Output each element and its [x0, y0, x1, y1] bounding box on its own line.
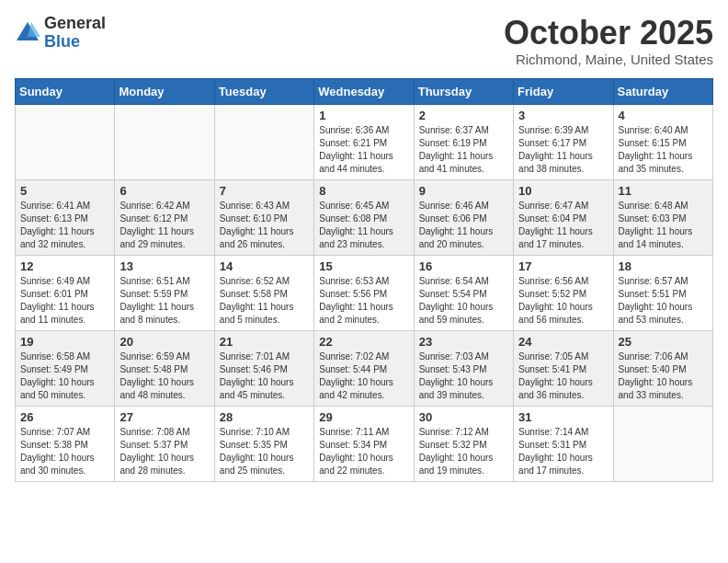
day-number: 2 — [419, 109, 508, 122]
day-number: 31 — [518, 410, 608, 424]
header-monday: Monday — [115, 78, 214, 104]
week-row-2: 5Sunrise: 6:41 AM Sunset: 6:13 PM Daylig… — [16, 179, 713, 255]
day-number: 28 — [220, 410, 309, 424]
day-info: Sunrise: 6:36 AM Sunset: 6:21 PM Dayligh… — [319, 124, 408, 176]
day-info: Sunrise: 7:14 AM Sunset: 5:31 PM Dayligh… — [518, 426, 608, 477]
logo-icon — [15, 20, 40, 46]
day-number: 9 — [419, 184, 508, 198]
logo: General Blue — [15, 15, 106, 52]
day-info: Sunrise: 7:02 AM Sunset: 5:44 PM Dayligh… — [319, 350, 408, 402]
calendar-cell — [16, 104, 115, 179]
location: Richmond, Maine, United States — [504, 52, 713, 67]
day-number: 21 — [220, 335, 309, 349]
day-info: Sunrise: 6:56 AM Sunset: 5:52 PM Dayligh… — [518, 275, 608, 327]
logo-text: General Blue — [44, 15, 106, 52]
day-info: Sunrise: 6:47 AM Sunset: 6:04 PM Dayligh… — [518, 200, 608, 251]
page-header: General Blue October 2025 Richmond, Main… — [15, 15, 713, 67]
header-wednesday: Wednesday — [314, 78, 414, 104]
calendar-cell: 13Sunrise: 6:51 AM Sunset: 5:59 PM Dayli… — [115, 255, 214, 330]
day-number: 20 — [119, 335, 209, 349]
day-number: 10 — [518, 184, 608, 198]
title-block: October 2025 Richmond, Maine, United Sta… — [504, 15, 713, 67]
calendar-cell: 9Sunrise: 6:46 AM Sunset: 6:06 PM Daylig… — [414, 179, 513, 255]
calendar-cell: 17Sunrise: 6:56 AM Sunset: 5:52 PM Dayli… — [514, 255, 613, 330]
calendar-table: SundayMondayTuesdayWednesdayThursdayFrid… — [15, 78, 713, 482]
calendar-cell: 7Sunrise: 6:43 AM Sunset: 6:10 PM Daylig… — [214, 179, 313, 255]
day-number: 8 — [319, 184, 408, 198]
calendar-cell: 15Sunrise: 6:53 AM Sunset: 5:56 PM Dayli… — [314, 255, 414, 330]
day-number: 3 — [518, 109, 608, 122]
day-info: Sunrise: 6:52 AM Sunset: 5:58 PM Dayligh… — [220, 275, 309, 327]
calendar-cell: 25Sunrise: 7:06 AM Sunset: 5:40 PM Dayli… — [613, 330, 712, 406]
calendar-cell: 23Sunrise: 7:03 AM Sunset: 5:43 PM Dayli… — [414, 330, 513, 406]
day-info: Sunrise: 6:48 AM Sunset: 6:03 PM Dayligh… — [619, 200, 708, 251]
day-number: 14 — [220, 259, 309, 273]
day-info: Sunrise: 6:59 AM Sunset: 5:48 PM Dayligh… — [119, 350, 209, 402]
day-number: 7 — [220, 184, 309, 198]
calendar-cell: 14Sunrise: 6:52 AM Sunset: 5:58 PM Dayli… — [214, 255, 313, 330]
day-number: 1 — [319, 109, 408, 122]
day-info: Sunrise: 7:12 AM Sunset: 5:32 PM Dayligh… — [419, 426, 508, 477]
day-info: Sunrise: 7:05 AM Sunset: 5:41 PM Dayligh… — [518, 350, 608, 402]
calendar-cell: 21Sunrise: 7:01 AM Sunset: 5:46 PM Dayli… — [214, 330, 313, 406]
logo-blue: Blue — [44, 33, 106, 52]
day-number: 13 — [119, 259, 209, 273]
day-info: Sunrise: 6:40 AM Sunset: 6:15 PM Dayligh… — [619, 124, 708, 176]
header-sunday: Sunday — [16, 78, 115, 104]
day-info: Sunrise: 6:37 AM Sunset: 6:19 PM Dayligh… — [419, 124, 508, 176]
day-number: 17 — [518, 259, 608, 273]
day-info: Sunrise: 7:03 AM Sunset: 5:43 PM Dayligh… — [419, 350, 508, 402]
week-row-5: 26Sunrise: 7:07 AM Sunset: 5:38 PM Dayli… — [16, 406, 713, 481]
calendar-cell — [115, 104, 214, 179]
day-number: 6 — [119, 184, 209, 198]
day-info: Sunrise: 6:41 AM Sunset: 6:13 PM Dayligh… — [20, 200, 109, 251]
calendar-cell: 4Sunrise: 6:40 AM Sunset: 6:15 PM Daylig… — [613, 104, 712, 179]
day-info: Sunrise: 6:39 AM Sunset: 6:17 PM Dayligh… — [518, 124, 608, 176]
day-number: 15 — [319, 259, 408, 273]
day-number: 25 — [619, 335, 708, 349]
calendar-cell: 29Sunrise: 7:11 AM Sunset: 5:34 PM Dayli… — [314, 406, 414, 481]
header-tuesday: Tuesday — [214, 78, 313, 104]
day-number: 30 — [419, 410, 508, 424]
calendar-cell: 8Sunrise: 6:45 AM Sunset: 6:08 PM Daylig… — [314, 179, 414, 255]
header-saturday: Saturday — [613, 78, 712, 104]
calendar-cell: 12Sunrise: 6:49 AM Sunset: 6:01 PM Dayli… — [16, 255, 115, 330]
day-info: Sunrise: 6:42 AM Sunset: 6:12 PM Dayligh… — [119, 200, 209, 251]
svg-marker-1 — [28, 22, 40, 37]
day-info: Sunrise: 7:08 AM Sunset: 5:37 PM Dayligh… — [119, 426, 209, 477]
calendar-cell: 6Sunrise: 6:42 AM Sunset: 6:12 PM Daylig… — [115, 179, 214, 255]
calendar-cell: 18Sunrise: 6:57 AM Sunset: 5:51 PM Dayli… — [613, 255, 712, 330]
day-number: 22 — [319, 335, 408, 349]
day-number: 26 — [20, 410, 109, 424]
logo-general: General — [44, 15, 106, 33]
calendar-cell — [613, 406, 712, 481]
day-number: 27 — [119, 410, 209, 424]
calendar-cell: 28Sunrise: 7:10 AM Sunset: 5:35 PM Dayli… — [214, 406, 313, 481]
week-row-1: 1Sunrise: 6:36 AM Sunset: 6:21 PM Daylig… — [16, 104, 713, 179]
day-number: 24 — [518, 335, 608, 349]
day-number: 11 — [619, 184, 708, 198]
day-info: Sunrise: 6:49 AM Sunset: 6:01 PM Dayligh… — [20, 275, 109, 327]
calendar-cell: 30Sunrise: 7:12 AM Sunset: 5:32 PM Dayli… — [414, 406, 513, 481]
day-info: Sunrise: 6:54 AM Sunset: 5:54 PM Dayligh… — [419, 275, 508, 327]
week-row-3: 12Sunrise: 6:49 AM Sunset: 6:01 PM Dayli… — [16, 255, 713, 330]
day-info: Sunrise: 6:57 AM Sunset: 5:51 PM Dayligh… — [619, 275, 708, 327]
calendar-header-row: SundayMondayTuesdayWednesdayThursdayFrid… — [16, 78, 713, 104]
calendar-cell: 31Sunrise: 7:14 AM Sunset: 5:31 PM Dayli… — [514, 406, 613, 481]
calendar-cell: 24Sunrise: 7:05 AM Sunset: 5:41 PM Dayli… — [514, 330, 613, 406]
day-number: 23 — [419, 335, 508, 349]
day-number: 5 — [20, 184, 109, 198]
calendar-cell: 2Sunrise: 6:37 AM Sunset: 6:19 PM Daylig… — [414, 104, 513, 179]
day-info: Sunrise: 7:07 AM Sunset: 5:38 PM Dayligh… — [20, 426, 109, 477]
header-friday: Friday — [514, 78, 613, 104]
day-info: Sunrise: 7:01 AM Sunset: 5:46 PM Dayligh… — [220, 350, 309, 402]
day-info: Sunrise: 7:11 AM Sunset: 5:34 PM Dayligh… — [319, 426, 408, 477]
calendar-cell: 19Sunrise: 6:58 AM Sunset: 5:49 PM Dayli… — [16, 330, 115, 406]
calendar-cell: 27Sunrise: 7:08 AM Sunset: 5:37 PM Dayli… — [115, 406, 214, 481]
calendar-cell: 1Sunrise: 6:36 AM Sunset: 6:21 PM Daylig… — [314, 104, 414, 179]
week-row-4: 19Sunrise: 6:58 AM Sunset: 5:49 PM Dayli… — [16, 330, 713, 406]
calendar-cell: 10Sunrise: 6:47 AM Sunset: 6:04 PM Dayli… — [514, 179, 613, 255]
calendar-cell: 3Sunrise: 6:39 AM Sunset: 6:17 PM Daylig… — [514, 104, 613, 179]
day-info: Sunrise: 6:46 AM Sunset: 6:06 PM Dayligh… — [419, 200, 508, 251]
day-info: Sunrise: 7:10 AM Sunset: 5:35 PM Dayligh… — [220, 426, 309, 477]
